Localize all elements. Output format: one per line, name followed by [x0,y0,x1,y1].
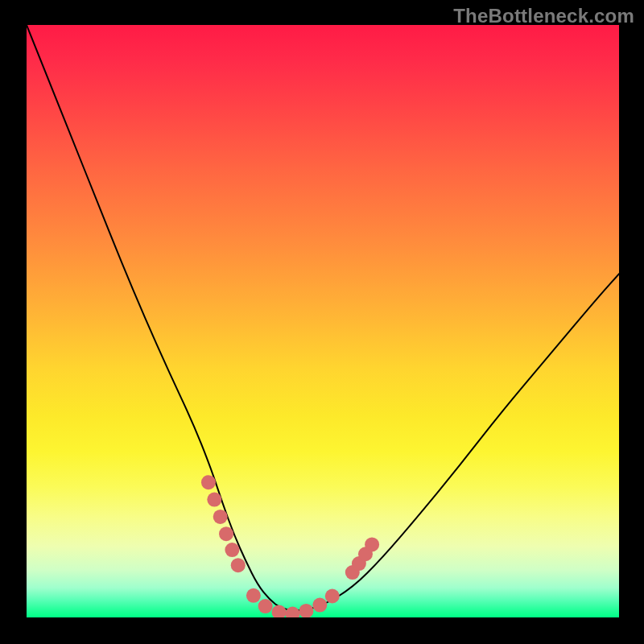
marker-bottom-5 [299,604,313,617]
marker-bottom-1 [246,588,261,603]
marker-left-cap-5 [225,543,239,557]
marker-group [201,475,379,617]
marker-bottom-3 [272,605,287,617]
marker-bottom-4 [285,607,299,617]
marker-bottom-6 [312,598,327,613]
marker-left-cap-1 [201,475,216,489]
bottleneck-curve [27,25,619,610]
marker-left-cap-2 [207,493,221,507]
marker-left-cap-3 [213,510,228,524]
watermark-text: TheBottleneck.com [453,5,634,27]
plot-area [27,25,619,617]
marker-bottom-2 [258,599,273,613]
marker-right-cap-4 [365,537,379,551]
marker-left-cap-6 [231,558,246,572]
marker-left-cap-4 [219,526,233,541]
marker-bottom-7 [325,589,340,604]
curve-layer [27,25,619,617]
chart-frame: TheBottleneck.com [0,0,644,644]
